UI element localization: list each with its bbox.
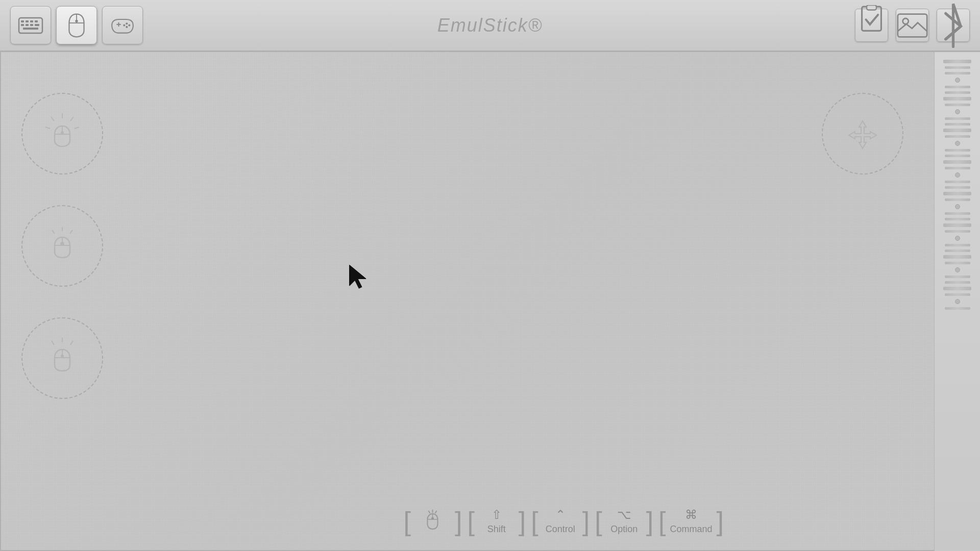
slider-tick[interactable]	[945, 123, 970, 126]
slider-tick[interactable]	[945, 66, 970, 69]
slider-tick[interactable]	[943, 255, 971, 259]
bracket-left-control: [	[531, 508, 538, 535]
slider-tick[interactable]	[945, 186, 970, 189]
svg-line-26	[51, 117, 54, 121]
svg-rect-7	[30, 24, 33, 26]
slider-tick[interactable]	[945, 198, 970, 201]
slider-tick[interactable]	[945, 135, 970, 138]
slider-dot	[955, 172, 960, 178]
slider-tick[interactable]	[945, 244, 970, 246]
svg-point-15	[126, 22, 128, 24]
slider-tick[interactable]	[945, 149, 970, 152]
image-button[interactable]	[896, 9, 929, 42]
app-title-text: EmulStick®	[437, 15, 543, 36]
slider-tick[interactable]	[945, 262, 970, 264]
slider-dot	[955, 236, 960, 241]
slider-tick[interactable]	[943, 192, 971, 195]
svg-rect-21	[898, 14, 927, 37]
bracket-left-option: [	[595, 508, 602, 535]
toolbar-left	[10, 6, 143, 44]
svg-line-39	[70, 341, 73, 345]
slider-dot	[955, 109, 960, 114]
mod-option-key[interactable]: [ ⌥ Option ]	[595, 508, 653, 535]
control-label: Control	[546, 524, 575, 535]
slider-tick[interactable]	[945, 218, 970, 220]
slider-tick[interactable]	[945, 293, 970, 296]
shift-label: Shift	[487, 524, 506, 535]
svg-point-16	[128, 24, 130, 26]
slider-tick[interactable]	[945, 281, 970, 284]
svg-rect-20	[867, 5, 876, 10]
slider-dot	[955, 78, 960, 83]
svg-point-22	[903, 18, 909, 24]
app-title: EmulStick®	[437, 15, 543, 36]
svg-line-40	[52, 341, 54, 345]
bracket-left-shift: [	[467, 508, 474, 535]
bracket-left: [	[403, 508, 410, 535]
option-label: Option	[610, 524, 638, 535]
mouse-control-top[interactable]	[21, 93, 103, 174]
slider-tick[interactable]	[943, 60, 971, 63]
keyboard-button[interactable]	[10, 6, 51, 44]
slider-dot	[955, 141, 960, 146]
slider-tick[interactable]	[943, 287, 971, 290]
bracket-right-command: ]	[717, 508, 724, 535]
bracket-right-option: ]	[646, 508, 653, 535]
svg-rect-4	[35, 20, 38, 22]
mouse-button[interactable]	[56, 6, 97, 44]
control-icon: ⌃	[555, 508, 566, 522]
mod-shift-key[interactable]: [ ⇧ Shift ]	[467, 508, 526, 535]
slider-tick[interactable]	[943, 223, 971, 227]
slider-tick[interactable]	[945, 276, 970, 278]
mouse-mod-icon	[425, 509, 441, 534]
slider-tick[interactable]	[945, 104, 970, 106]
svg-rect-2	[26, 20, 29, 22]
svg-line-32	[70, 230, 72, 234]
svg-line-33	[52, 230, 55, 234]
svg-line-25	[75, 127, 79, 129]
bracket-left-command: [	[658, 508, 666, 535]
slider-tick[interactable]	[945, 230, 970, 233]
bracket-right-shift: ]	[519, 508, 526, 535]
slider-tick[interactable]	[945, 307, 970, 310]
slider-tick[interactable]	[945, 72, 970, 74]
svg-line-24	[70, 117, 74, 121]
bracket-right-control: ]	[582, 508, 590, 535]
bluetooth-button[interactable]	[937, 9, 970, 42]
mod-mouse-key[interactable]: [ ]	[403, 508, 462, 535]
slider-tick[interactable]	[943, 129, 971, 132]
slider-tick[interactable]	[945, 91, 970, 94]
svg-line-45	[435, 511, 437, 513]
slider-tick[interactable]	[943, 160, 971, 164]
slider-dot	[955, 299, 960, 304]
slider-tick[interactable]	[945, 155, 970, 157]
main-content: [ ]	[0, 51, 980, 551]
slider-dot	[955, 267, 960, 272]
mod-command-key[interactable]: [ ⌘ Command ]	[658, 508, 724, 535]
slider-tick[interactable]	[943, 97, 971, 101]
slider-tick[interactable]	[945, 86, 970, 88]
slider-dot	[955, 204, 960, 209]
right-panel	[934, 51, 980, 551]
svg-line-27	[45, 127, 50, 129]
check-button[interactable]	[855, 9, 888, 42]
mod-control-key[interactable]: [ ⌃ Control ]	[531, 508, 590, 535]
mouse-control-scroll[interactable]	[21, 205, 103, 287]
svg-line-46	[429, 511, 430, 513]
slider-tick[interactable]	[945, 181, 970, 183]
svg-rect-5	[21, 24, 24, 26]
gamepad-button[interactable]	[102, 6, 143, 44]
svg-rect-8	[35, 24, 39, 26]
mouse-cursor	[348, 264, 369, 289]
svg-rect-1	[21, 20, 24, 22]
option-icon: ⌥	[617, 508, 631, 522]
slider-tick[interactable]	[945, 117, 970, 120]
toolbar: EmulStick®	[0, 0, 980, 51]
mouse-control-bottom[interactable]	[21, 317, 103, 399]
dpad-control[interactable]	[822, 93, 903, 174]
slider-tick[interactable]	[945, 212, 970, 215]
svg-point-17	[123, 24, 125, 26]
slider-tick[interactable]	[945, 167, 970, 169]
slider-tick[interactable]	[945, 249, 970, 252]
canvas-area[interactable]: [ ]	[0, 51, 934, 551]
